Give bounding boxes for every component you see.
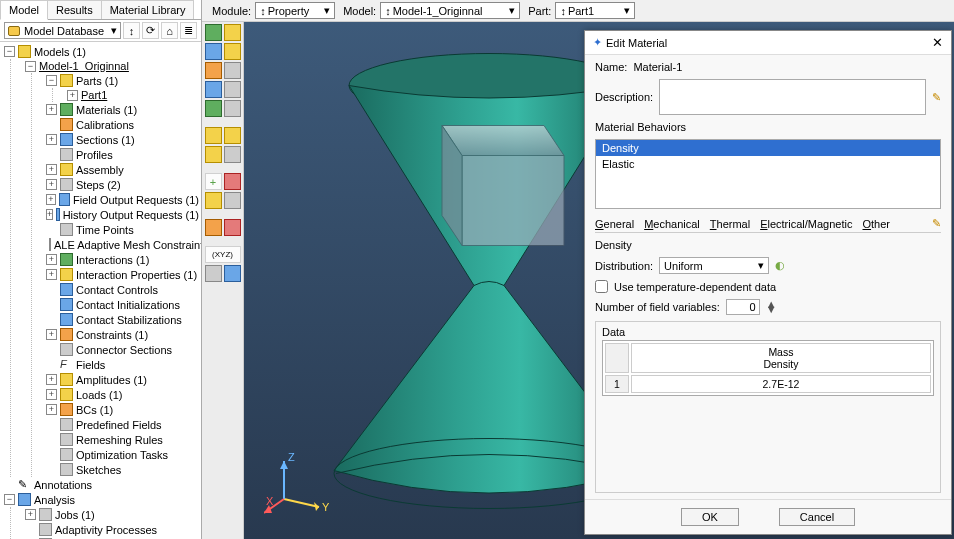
tool-beam-orientation[interactable] — [205, 81, 222, 98]
tab-model[interactable]: Model — [0, 0, 48, 20]
menu-general[interactable]: General — [595, 218, 634, 230]
module-combo[interactable]: ↕Property▾ — [255, 2, 335, 19]
twisty-icon[interactable]: + — [46, 209, 53, 220]
twisty-icon[interactable]: + — [46, 104, 57, 115]
tool-query[interactable] — [205, 265, 222, 282]
twisty-icon[interactable]: + — [67, 90, 78, 101]
menu-other[interactable]: Other — [862, 218, 890, 230]
tree-annotations[interactable]: ✎Annotations — [4, 477, 199, 492]
tool-assign-section[interactable] — [205, 62, 222, 79]
tool-8[interactable] — [224, 192, 241, 209]
menu-thermal[interactable]: Thermal — [710, 218, 750, 230]
ok-button[interactable]: OK — [681, 508, 739, 526]
tree-model1[interactable]: −Model-1_Originnal — [25, 59, 199, 73]
tool-stringer[interactable] — [205, 146, 222, 163]
distribution-combo[interactable]: Uniform ▾ — [659, 257, 769, 274]
tool-attachment[interactable] — [205, 219, 222, 236]
tree-assembly[interactable]: +Assembly — [46, 162, 199, 177]
tree-field-output[interactable]: +Field Output Requests (1) — [46, 192, 199, 207]
tool-datum-point[interactable]: + — [205, 173, 222, 190]
tree-profiles[interactable]: Profiles — [46, 147, 199, 162]
twisty-icon[interactable]: + — [46, 254, 57, 265]
tool-assign-manager[interactable] — [224, 62, 241, 79]
tree-sections[interactable]: +Sections (1) — [46, 132, 199, 147]
behaviors-list[interactable]: Density Elastic — [595, 139, 941, 209]
tree-history-output[interactable]: +History Output Requests (1) — [46, 207, 199, 222]
tool-section-manager[interactable] — [224, 43, 241, 60]
twisty-icon[interactable]: − — [4, 494, 15, 505]
menu-mechanical[interactable]: Mechanical — [644, 218, 700, 230]
tree-contact-stab[interactable]: Contact Stabilizations — [46, 312, 199, 327]
db-tool-4[interactable]: ≣ — [180, 22, 197, 39]
twisty-icon[interactable]: + — [46, 269, 57, 280]
tool-create-material[interactable] — [205, 24, 222, 41]
tree-remeshing[interactable]: Remeshing Rules — [46, 432, 199, 447]
tool-g[interactable] — [224, 100, 241, 117]
tree-part1[interactable]: +Part1 — [67, 88, 199, 102]
tree-fields[interactable]: FFields — [46, 357, 199, 372]
spinner-icon[interactable]: ▲▼ — [766, 302, 777, 312]
tab-material-library[interactable]: Material Library — [101, 0, 195, 19]
tool-f[interactable] — [224, 81, 241, 98]
cell-mass-density[interactable]: 2.7E-12 — [631, 375, 931, 393]
behavior-density[interactable]: Density — [596, 140, 940, 156]
tree-predefined-fields[interactable]: Predefined Fields — [46, 417, 199, 432]
twisty-icon[interactable]: + — [46, 134, 57, 145]
tree-contact-init[interactable]: Contact Initializations — [46, 297, 199, 312]
tree-amplitudes[interactable]: +Amplitudes (1) — [46, 372, 199, 387]
db-tool-2[interactable]: ⟳ — [142, 22, 159, 39]
twisty-icon[interactable]: + — [46, 374, 57, 385]
tree-bcs[interactable]: +BCs (1) — [46, 402, 199, 417]
field-vars-input[interactable]: 0 — [726, 299, 760, 315]
twisty-icon[interactable]: + — [46, 194, 56, 205]
tree-materials[interactable]: +Materials (1) — [46, 102, 199, 117]
tool-xyz[interactable]: (XYZ) — [205, 246, 241, 263]
tool-material-manager[interactable] — [224, 24, 241, 41]
cancel-button[interactable]: Cancel — [779, 508, 855, 526]
tab-results[interactable]: Results — [47, 0, 102, 19]
twisty-icon[interactable]: − — [25, 61, 36, 72]
description-field[interactable] — [659, 79, 926, 115]
tool-9[interactable] — [224, 219, 241, 236]
tree-analysis[interactable]: −Analysis — [4, 492, 199, 507]
tree-contact-controls[interactable]: Contact Controls — [46, 282, 199, 297]
tree-interactions[interactable]: +Interactions (1) — [46, 252, 199, 267]
close-icon[interactable]: ✕ — [932, 35, 943, 50]
database-select[interactable]: Model Database ▾ — [4, 22, 121, 39]
behavior-elastic[interactable]: Elastic — [596, 156, 940, 172]
tool-e[interactable] — [205, 100, 222, 117]
part-combo[interactable]: ↕Part1▾ — [555, 2, 635, 19]
tree-sketches[interactable]: Sketches — [46, 462, 199, 477]
tree-calibrations[interactable]: Calibrations — [46, 117, 199, 132]
tree-loads[interactable]: +Loads (1) — [46, 387, 199, 402]
edit-description-icon[interactable]: ✎ — [932, 91, 941, 104]
model-combo[interactable]: ↕Model-1_Originnal▾ — [380, 2, 520, 19]
tree-models[interactable]: −Models (1) — [4, 44, 199, 59]
tool-create-section[interactable] — [205, 43, 222, 60]
tool-datum-axis[interactable] — [224, 173, 241, 190]
twisty-icon[interactable]: + — [46, 329, 57, 340]
tree-steps[interactable]: +Steps (2) — [46, 177, 199, 192]
twisty-icon[interactable]: + — [46, 179, 57, 190]
twisty-icon[interactable]: − — [46, 75, 57, 86]
suboptions-icon[interactable]: ✎ — [932, 217, 941, 230]
tool-skin-mgr[interactable] — [224, 127, 241, 144]
db-tool-1[interactable]: ↕ — [123, 22, 140, 39]
distribution-suboption-icon[interactable]: ◐ — [775, 259, 785, 272]
tree-constraints[interactable]: +Constraints (1) — [46, 327, 199, 342]
tree-time-points[interactable]: Time Points — [46, 222, 199, 237]
dialog-titlebar[interactable]: ✦ Edit Material ✕ — [585, 31, 951, 55]
tree-adaptivity[interactable]: Adaptivity Processes — [25, 522, 199, 537]
tree-jobs[interactable]: +Jobs (1) — [25, 507, 199, 522]
tree-connector-sections[interactable]: Connector Sections — [46, 342, 199, 357]
twisty-icon[interactable]: + — [46, 164, 57, 175]
twisty-icon[interactable]: + — [46, 389, 57, 400]
tool-partition[interactable] — [205, 192, 222, 209]
twisty-icon[interactable]: + — [25, 509, 36, 520]
tool-stringer-mgr[interactable] — [224, 146, 241, 163]
tree-optimization-tasks[interactable]: Optimization Tasks — [46, 447, 199, 462]
density-table[interactable]: Mass Density 12.7E-12 — [602, 340, 934, 396]
model-tree[interactable]: −Models (1) −Model-1_Originnal −Parts (1… — [0, 42, 201, 539]
temp-dependent-checkbox[interactable] — [595, 280, 608, 293]
menu-electrical-magnetic[interactable]: Electrical/Magnetic — [760, 218, 852, 230]
